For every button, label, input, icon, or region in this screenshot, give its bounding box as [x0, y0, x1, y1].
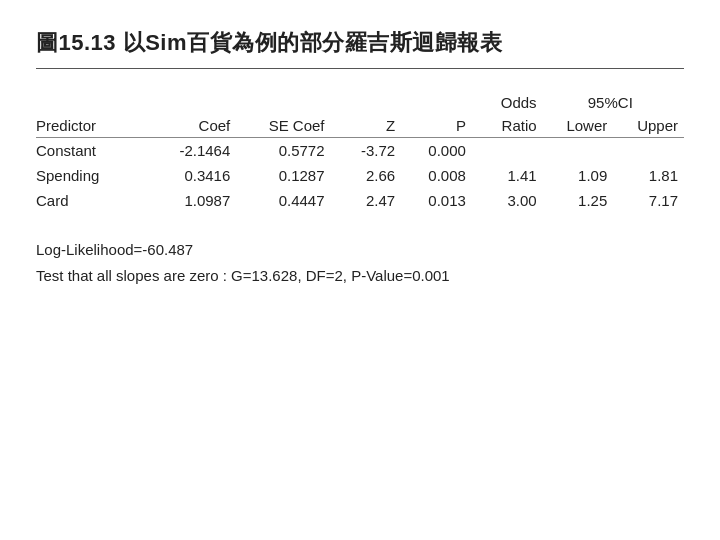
cell-2-1: 1.0987 [142, 188, 236, 213]
cell-2-7: 7.17 [613, 188, 684, 213]
cell-1-2: 0.1287 [236, 163, 330, 188]
cell-0-6 [543, 138, 614, 164]
cell-0-5 [472, 138, 543, 164]
cell-2-2: 0.4447 [236, 188, 330, 213]
regression-table: Odds 95%CI Predictor Coef SE Coef Z P Ra… [36, 91, 684, 213]
header-row-labels: Odds 95%CI [36, 91, 684, 114]
divider [36, 68, 684, 69]
col-header-predictor [36, 91, 142, 114]
cell-1-4: 0.008 [401, 163, 472, 188]
test-statement: Test that all slopes are zero : G=13.628… [36, 263, 684, 289]
th-z: Z [331, 114, 402, 138]
th-coef: Coef [142, 114, 236, 138]
cell-2-0: Card [36, 188, 142, 213]
cell-0-2: 0.5772 [236, 138, 330, 164]
column-headers: Predictor Coef SE Coef Z P Ratio Lower U… [36, 114, 684, 138]
cell-2-3: 2.47 [331, 188, 402, 213]
cell-0-7 [613, 138, 684, 164]
col-header-ci: 95%CI [543, 91, 684, 114]
col-header-coef-spacer [142, 91, 236, 114]
cell-2-4: 0.013 [401, 188, 472, 213]
cell-1-0: Spending [36, 163, 142, 188]
cell-1-5: 1.41 [472, 163, 543, 188]
th-lower: Lower [543, 114, 614, 138]
cell-0-1: -2.1464 [142, 138, 236, 164]
cell-2-5: 3.00 [472, 188, 543, 213]
cell-0-0: Constant [36, 138, 142, 164]
cell-1-7: 1.81 [613, 163, 684, 188]
table-wrapper: Odds 95%CI Predictor Coef SE Coef Z P Ra… [36, 91, 684, 213]
page-title: 圖15.13 以Sim百貨為例的部分羅吉斯迴歸報表 [36, 28, 684, 58]
page: 圖15.13 以Sim百貨為例的部分羅吉斯迴歸報表 Odds 95%CI [0, 0, 720, 540]
cell-0-4: 0.000 [401, 138, 472, 164]
cell-1-3: 2.66 [331, 163, 402, 188]
th-secoef: SE Coef [236, 114, 330, 138]
table-row: Card1.09870.44472.470.0133.001.257.17 [36, 188, 684, 213]
footnotes: Log-Likelihood=-60.487 Test that all slo… [36, 237, 684, 288]
cell-1-1: 0.3416 [142, 163, 236, 188]
cell-1-6: 1.09 [543, 163, 614, 188]
th-predictor: Predictor [36, 114, 142, 138]
col-header-secoef-spacer [236, 91, 330, 114]
table-body: Constant-2.14640.5772-3.720.000Spending0… [36, 138, 684, 214]
cell-2-6: 1.25 [543, 188, 614, 213]
col-header-z-spacer [331, 91, 402, 114]
th-p: P [401, 114, 472, 138]
col-header-p-spacer [401, 91, 472, 114]
th-ratio: Ratio [472, 114, 543, 138]
log-likelihood: Log-Likelihood=-60.487 [36, 237, 684, 263]
cell-0-3: -3.72 [331, 138, 402, 164]
col-header-odds: Odds [472, 91, 543, 114]
th-upper: Upper [613, 114, 684, 138]
table-row: Constant-2.14640.5772-3.720.000 [36, 138, 684, 164]
table-row: Spending0.34160.12872.660.0081.411.091.8… [36, 163, 684, 188]
